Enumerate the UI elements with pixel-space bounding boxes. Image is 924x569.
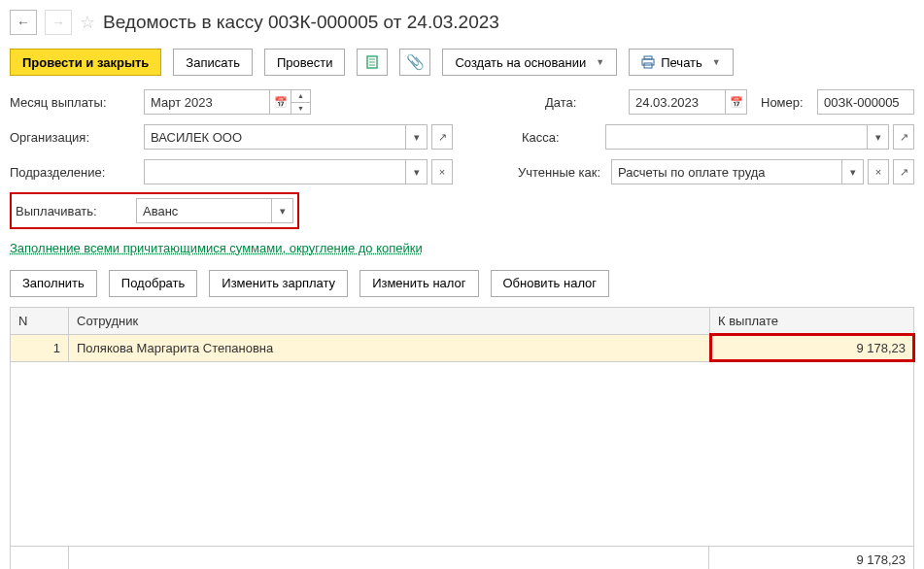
kassa-label: Касса: [512, 130, 599, 145]
arrow-right-icon: → [51, 15, 65, 30]
fill-settings-link[interactable]: Заполнение всеми причитающимися суммами,… [10, 239, 423, 258]
calendar-icon: 📅 [730, 96, 743, 109]
page-title: Ведомость в кассу 00ЗК-000005 от 24.03.2… [103, 12, 499, 33]
arrow-left-icon: ← [17, 15, 30, 30]
pay-type-dropdown-button[interactable]: ▾ [272, 198, 293, 223]
spinner-up-icon[interactable]: ▲ [291, 90, 310, 103]
org-open-button[interactable]: ↗ [431, 124, 453, 150]
chevron-down-icon: ▾ [414, 166, 420, 179]
calendar-icon: 📅 [274, 96, 288, 109]
change-tax-button[interactable]: Изменить налог [359, 270, 478, 297]
footer-total-pay: 9 178,23 [709, 547, 913, 570]
date-calendar-button[interactable]: 📅 [726, 89, 747, 115]
cell-pay: 9 178,23 [710, 334, 914, 361]
chevron-down-icon: ▼ [596, 57, 604, 67]
paperclip-icon: 📎 [406, 53, 425, 71]
date-input[interactable]: 24.03.2023 [629, 89, 726, 115]
month-spinner[interactable]: ▲ ▼ [291, 89, 311, 115]
org-label: Организация: [10, 130, 138, 145]
clear-icon: × [439, 166, 445, 178]
number-input[interactable]: 00ЗК-000005 [817, 89, 914, 115]
employees-table[interactable]: N Сотрудник К выплате 1 Полякова Маргари… [10, 307, 914, 362]
favorite-star-icon[interactable]: ☆ [80, 12, 95, 33]
col-header-pay[interactable]: К выплате [710, 307, 914, 334]
accounted-label: Учтенные как: [508, 165, 605, 180]
open-icon: ↗ [900, 166, 908, 179]
pay-type-label: Выплачивать: [16, 204, 136, 218]
open-icon: ↗ [900, 131, 908, 144]
document-icon [365, 55, 379, 69]
update-tax-button[interactable]: Обновить налог [491, 270, 610, 297]
accounted-clear-button[interactable]: × [868, 159, 889, 184]
kassa-dropdown-button[interactable]: ▾ [868, 124, 889, 150]
org-input[interactable]: ВАСИЛЕК ООО [144, 124, 406, 150]
number-label: Номер: [753, 95, 811, 110]
attach-button[interactable]: 📎 [399, 49, 430, 76]
cell-n: 1 [11, 334, 69, 361]
col-header-employee[interactable]: Сотрудник [69, 307, 710, 334]
payment-type-highlight: Выплачивать: Аванс ▾ [10, 192, 299, 229]
open-icon: ↗ [438, 131, 447, 144]
kassa-open-button[interactable]: ↗ [893, 124, 914, 150]
chevron-down-icon: ▾ [850, 166, 856, 179]
change-salary-button[interactable]: Изменить зарплату [209, 270, 348, 297]
post-and-close-button[interactable]: Провести и закрыть [10, 49, 161, 76]
fill-button[interactable]: Заполнить [10, 270, 97, 297]
dept-label: Подразделение: [10, 165, 138, 180]
chevron-down-icon: ▼ [712, 57, 721, 67]
kassa-input[interactable] [605, 124, 868, 150]
month-label: Месяц выплаты: [10, 95, 138, 110]
printer-icon [641, 55, 655, 69]
report-button[interactable] [357, 49, 388, 76]
create-based-on-button[interactable]: Создать на основании ▼ [442, 49, 617, 76]
table-footer: 9 178,23 [10, 547, 914, 570]
table-row[interactable]: 1 Полякова Маргарита Степановна 9 178,23 [11, 334, 914, 361]
post-button[interactable]: Провести [264, 49, 346, 76]
chevron-down-icon: ▾ [875, 131, 881, 144]
col-header-n[interactable]: N [11, 307, 69, 334]
date-label: Дата: [535, 95, 623, 110]
forward-button[interactable]: → [45, 10, 72, 35]
cell-employee: Полякова Маргарита Степановна [69, 334, 710, 361]
accounted-dropdown-button[interactable]: ▾ [842, 159, 864, 184]
accounted-input[interactable]: Расчеты по оплате труда [611, 159, 842, 184]
month-calendar-button[interactable]: 📅 [270, 89, 291, 115]
org-dropdown-button[interactable]: ▾ [406, 124, 428, 150]
save-button[interactable]: Записать [173, 49, 253, 76]
table-empty-area[interactable] [10, 362, 914, 547]
spinner-down-icon[interactable]: ▼ [291, 103, 310, 115]
chevron-down-icon: ▾ [414, 131, 420, 144]
print-button[interactable]: Печать ▼ [629, 49, 734, 76]
pay-type-input[interactable]: Аванс [136, 198, 272, 223]
accounted-open-button[interactable]: ↗ [893, 159, 914, 184]
clear-icon: × [875, 166, 881, 178]
dept-clear-button[interactable]: × [431, 159, 453, 184]
chevron-down-icon: ▾ [280, 205, 286, 218]
pick-button[interactable]: Подобрать [109, 270, 197, 297]
dept-dropdown-button[interactable]: ▾ [406, 159, 428, 184]
month-input[interactable]: Март 2023 [144, 89, 270, 115]
dept-input[interactable] [144, 159, 406, 184]
back-button[interactable]: ← [10, 10, 37, 35]
